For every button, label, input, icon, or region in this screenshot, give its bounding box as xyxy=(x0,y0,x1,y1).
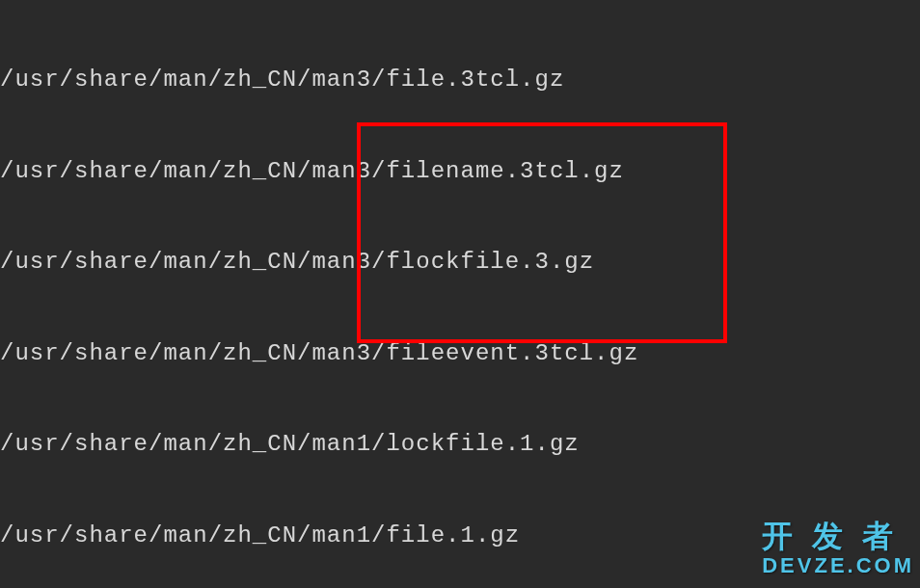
watermark-cn-text: 开发者 xyxy=(762,516,914,558)
watermark-en-text: DEVZE.COM xyxy=(762,553,914,578)
output-line: /usr/share/man/zh_CN/man3/file.3tcl.gz xyxy=(0,65,920,95)
watermark: 开发者 DEVZE.COM xyxy=(762,516,914,578)
output-line: /usr/share/man/zh_CN/man3/flockfile.3.gz xyxy=(0,247,920,278)
terminal-output: /usr/share/man/zh_CN/man3/file.3tcl.gz /… xyxy=(0,4,920,588)
output-line: /usr/share/man/zh_CN/man1/lockfile.1.gz xyxy=(0,429,920,460)
output-line: /usr/share/man/zh_CN/man3/filename.3tcl.… xyxy=(0,156,920,187)
output-line: /usr/share/man/zh_CN/man3/fileevent.3tcl… xyxy=(0,338,920,369)
